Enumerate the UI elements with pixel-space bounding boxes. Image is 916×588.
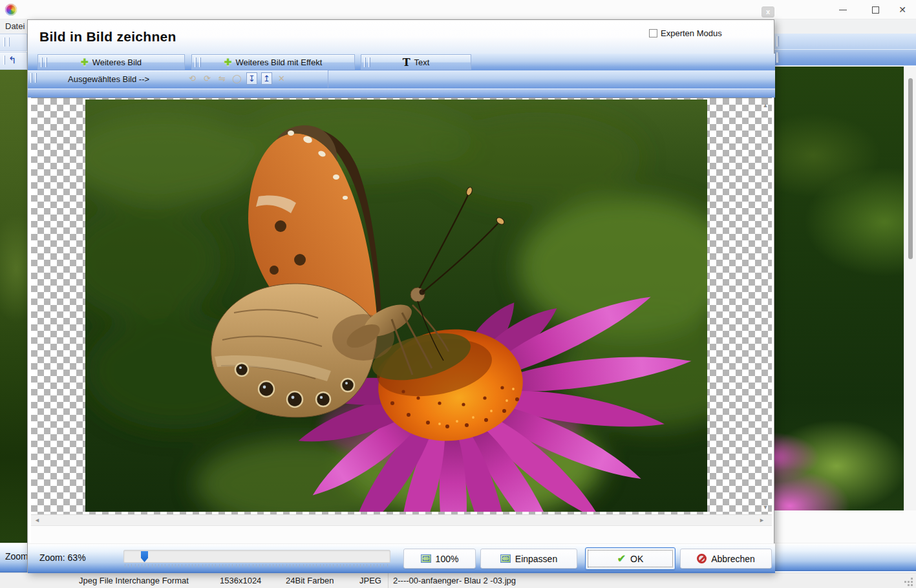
add-text-label: Text (414, 58, 430, 67)
rotate-tool-button[interactable]: ↰ (0, 52, 27, 70)
screen: ✕ Datei ↰ Zoom Jpeg File Interchange For… (0, 0, 916, 588)
status-format: Jpeg File Interchange Format (79, 576, 189, 585)
dialog-header: Bild in Bild zeichnen Experten Modus (28, 20, 774, 54)
resize-grip[interactable] (904, 581, 906, 583)
zoom-label-background: Zoom (5, 551, 28, 562)
background-photo-left-strip (0, 70, 27, 543)
close-button[interactable]: ✕ (889, 1, 916, 18)
selected-image-label: Ausgewähltes Bild --> (68, 74, 149, 84)
cancel-label: Abbrechen (711, 554, 755, 564)
move-down-icon[interactable]: ↧ (246, 72, 257, 85)
vscroll-up-icon[interactable]: ▲ (762, 102, 769, 109)
fullsize-label: 100% (436, 554, 459, 564)
image-canvas[interactable]: ▲ ▼ (31, 98, 772, 514)
toolbar-grip (35, 73, 37, 83)
fullsize-icon (421, 554, 431, 563)
fit-button[interactable]: Einpassen (480, 549, 577, 569)
status-colordepth: 24Bit Farben (286, 576, 334, 585)
rotate-tool-icon: ↰ (8, 54, 17, 66)
hscroll-right-icon[interactable]: ► (759, 517, 765, 523)
perspective-icon: ◯ (231, 72, 242, 85)
move-up-icon[interactable]: ↥ (261, 72, 272, 85)
left-toolbar-segment (0, 34, 27, 51)
expert-mode-checkbox[interactable] (649, 29, 657, 37)
zoom-slider-ticks (125, 564, 390, 567)
add-image-effect-button[interactable]: ✚ Weiteres Bild mit Effekt (191, 54, 355, 70)
minimize-button[interactable] (829, 1, 857, 18)
fit-icon (500, 554, 511, 563)
expert-mode-label: Experten Modus (661, 28, 722, 38)
fit-label: Einpassen (515, 554, 557, 564)
selected-image-toolbar: Ausgewähltes Bild --> ⟲ ⟳ ⇋ ◯ ↧ ↥ ✕ (28, 70, 328, 88)
plus-icon: ✚ (224, 57, 232, 67)
cancel-icon (697, 554, 707, 563)
background-vertical-scrollbar[interactable] (904, 67, 916, 510)
hscrollbar[interactable]: ◄ ► (31, 514, 772, 526)
add-image-effect-label: Weiteres Bild mit Effekt (235, 58, 322, 67)
app-logo-icon (5, 4, 17, 16)
background-photo-right-panel (774, 67, 904, 510)
dialog-title: Bild in Bild zeichnen (39, 29, 176, 45)
text-icon: T (403, 56, 410, 68)
status-filetype: JPEG (359, 576, 381, 585)
add-text-button[interactable]: T Text (361, 54, 471, 70)
zoom-slider[interactable] (123, 550, 390, 563)
scrollbar-thumb[interactable] (908, 78, 913, 259)
dialog-toolbar-row2: Ausgewähltes Bild --> ⟲ ⟳ ⇋ ◯ ↧ ↥ ✕ (28, 70, 775, 89)
dialog-bottom-bar: Zoom: 63% 100% Einpassen ✔ OK Abbreche (28, 543, 775, 573)
statusbar: Jpeg File Interchange Format 1536x1024 2… (0, 572, 916, 588)
delete-icon: ✕ (276, 72, 287, 85)
toolbar-grip (3, 37, 5, 47)
toolbar-grip (776, 52, 779, 63)
menu-item-datei[interactable]: Datei (5, 21, 25, 31)
dialog-bild-in-bild: Bild in Bild zeichnen Experten Modus ✚ W… (27, 19, 774, 572)
rotate-right-icon: ⟳ (202, 72, 213, 85)
toolbar-grip (41, 58, 43, 67)
ok-button[interactable]: ✔ OK (585, 547, 676, 570)
background-panel-gap (774, 510, 916, 543)
plus-icon: ✚ (81, 57, 89, 67)
toolbar-grip (30, 73, 32, 83)
ok-label: OK (630, 554, 643, 564)
hscroll-left-icon[interactable]: ◄ (34, 517, 40, 523)
toolbar-grip (776, 36, 779, 47)
vscroll-down-icon[interactable]: ▼ (762, 504, 769, 510)
background-toolbar-right (774, 34, 916, 66)
toolbar-grip (8, 37, 10, 47)
window-titlebar (0, 0, 916, 19)
zoom-slider-thumb[interactable] (141, 551, 148, 562)
cancel-button[interactable]: Abbrechen (680, 549, 772, 569)
butterfly-photo (85, 100, 707, 512)
toolbar-grip (364, 58, 366, 67)
add-image-label: Weiteres Bild (92, 58, 142, 67)
flip-icon: ⇋ (217, 72, 228, 85)
zoom-control-value: 63% (68, 552, 86, 563)
add-image-button[interactable]: ✚ Weiteres Bild (37, 54, 185, 70)
ok-check-icon: ✔ (617, 552, 626, 565)
status-dimensions: 1536x1024 (220, 576, 261, 585)
maximize-button[interactable] (862, 1, 889, 18)
dialog-gap (31, 526, 772, 543)
toolbar-grip (45, 58, 47, 67)
dialog-toolbar-row1: ✚ Weiteres Bild ✚ Weiteres Bild mit Effe… (28, 54, 775, 70)
fullsize-button[interactable]: 100% (403, 549, 476, 569)
bottom-bar-right (774, 543, 916, 571)
maximize-icon (872, 6, 879, 14)
toolbar-grip (368, 58, 370, 67)
rotate-left-icon: ⟲ (187, 72, 198, 85)
toolbar-grip (195, 58, 197, 67)
status-separator (388, 573, 389, 588)
toolbar-grip (199, 58, 201, 67)
toolbar-grip (3, 56, 5, 65)
dialog-toolbar-row3 (28, 89, 775, 98)
status-filename: 2----00-anfaenger- Blau 2 -03.jpg (393, 576, 516, 585)
close-icon: ✕ (899, 5, 906, 15)
minimize-icon (839, 10, 847, 10)
zoom-control-label: Zoom: (39, 552, 65, 563)
dialog-close-button[interactable]: x (762, 6, 774, 17)
